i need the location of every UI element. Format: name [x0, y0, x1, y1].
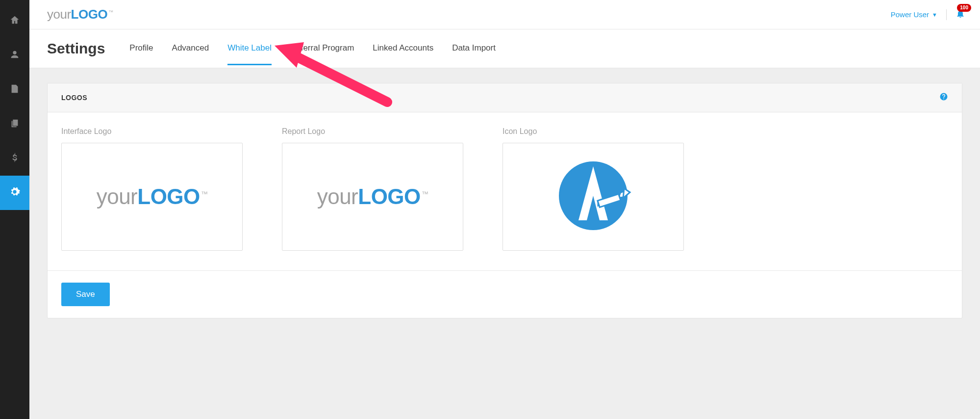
icon-logo-col: Icon Logo [503, 127, 684, 251]
sidebar-item-report[interactable] [0, 73, 29, 107]
brand-prefix: your [47, 7, 71, 22]
content-area: LOGOS Interface Logo yourLOGO [29, 68, 980, 419]
sidebar-item-billing[interactable] [0, 141, 29, 176]
user-icon [9, 49, 20, 62]
interface-logo-label: Interface Logo [61, 127, 243, 136]
user-label: Power User [891, 10, 929, 19]
main-area: yourLOGO™ Power User ▼ 100 Settings Prof… [29, 0, 980, 419]
divider [946, 9, 947, 20]
help-button[interactable] [939, 92, 948, 103]
notifications-button[interactable]: 100 [955, 9, 965, 21]
report-logo-preview: yourLOGO™ [317, 184, 428, 209]
bell-icon [955, 12, 965, 20]
panel-footer: Save [48, 270, 962, 318]
home-icon [9, 15, 20, 27]
sidebar-item-home[interactable] [0, 4, 29, 38]
tab-white-label[interactable]: White Label [227, 43, 272, 65]
panel-body: Interface Logo yourLOGO™ Report Logo [48, 112, 962, 270]
icon-logo-preview [552, 154, 635, 239]
tab-advanced[interactable]: Advanced [172, 43, 209, 65]
topbar: yourLOGO™ Power User ▼ 100 [29, 0, 980, 29]
gear-icon [9, 186, 20, 199]
dollar-icon [9, 152, 20, 165]
interface-logo-preview: yourLOGO™ [97, 184, 208, 209]
brand-logo[interactable]: yourLOGO™ [47, 7, 113, 22]
report-logo-label: Report Logo [282, 127, 463, 136]
report-icon [9, 83, 20, 96]
user-menu[interactable]: Power User ▼ [891, 10, 937, 19]
icon-logo-upload[interactable] [503, 143, 684, 251]
sidebar-item-user[interactable] [0, 38, 29, 73]
logos-panel: LOGOS Interface Logo yourLOGO [47, 83, 962, 318]
report-logo-col: Report Logo yourLOGO™ [282, 127, 463, 251]
caret-down-icon: ▼ [932, 12, 937, 18]
sidebar-item-settings[interactable] [0, 176, 29, 210]
tab-linked-accounts[interactable]: Linked Accounts [373, 43, 433, 65]
help-icon [939, 94, 948, 103]
sidebar-nav [0, 0, 29, 419]
sidebar-item-copy[interactable] [0, 107, 29, 141]
tab-profile[interactable]: Profile [129, 43, 153, 65]
panel-title: LOGOS [61, 94, 87, 102]
tab-data-import[interactable]: Data Import [452, 43, 496, 65]
save-button[interactable]: Save [61, 283, 110, 306]
tab-referral-program[interactable]: Referral Program [290, 43, 354, 65]
interface-logo-upload[interactable]: yourLOGO™ [61, 143, 243, 251]
icon-logo-label: Icon Logo [503, 127, 684, 136]
interface-logo-col: Interface Logo yourLOGO™ [61, 127, 243, 251]
panel-header: LOGOS [48, 83, 962, 112]
brand-tm: ™ [108, 9, 113, 15]
page-title: Settings [47, 40, 105, 68]
brand-suffix: LOGO [71, 7, 108, 22]
notification-badge: 100 [957, 4, 971, 12]
tabs-row: Settings Profile Advanced White Label Re… [29, 29, 980, 68]
copy-icon [9, 118, 20, 131]
report-logo-upload[interactable]: yourLOGO™ [282, 143, 463, 251]
